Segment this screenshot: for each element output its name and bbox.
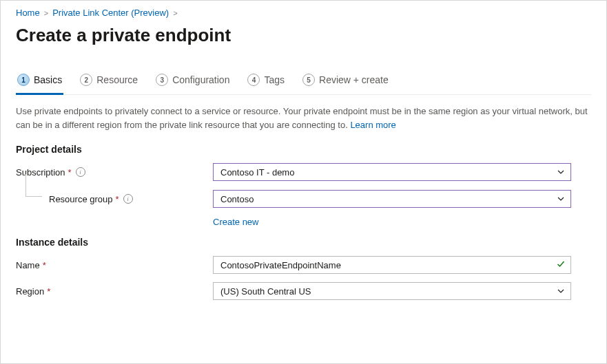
required-icon: * (116, 194, 119, 204)
required-icon: * (68, 167, 72, 178)
label-subscription: Subscription * i (16, 167, 213, 178)
tab-configuration[interactable]: 3 Configuration (154, 74, 231, 95)
tab-step-number: 4 (247, 74, 260, 86)
field-subscription: Subscription * i Contoso IT - demo (16, 163, 591, 181)
wizard-tabs: 1 Basics 2 Resource 3 Configuration 4 Ta… (16, 74, 591, 95)
select-value: Contoso (220, 194, 254, 204)
info-icon[interactable]: i (76, 167, 85, 177)
select-subscription[interactable]: Contoso IT - demo (213, 163, 571, 181)
label-resource-group: Resource group * i (49, 194, 213, 204)
select-value: Contoso IT - demo (220, 167, 294, 178)
tab-basics[interactable]: 1 Basics (16, 74, 63, 95)
learn-more-link[interactable]: Learn more (350, 120, 395, 130)
info-icon[interactable]: i (123, 194, 133, 204)
breadcrumb-home[interactable]: Home (16, 8, 40, 18)
chevron-right-icon: > (173, 9, 177, 17)
tab-step-number: 2 (80, 74, 92, 86)
field-region: Region * (US) South Central US (16, 282, 591, 300)
check-icon (556, 259, 566, 271)
description-text: Use private endpoints to privately conne… (16, 105, 591, 131)
chevron-right-icon: > (44, 9, 48, 17)
chevron-down-icon (557, 168, 565, 176)
create-new-link[interactable]: Create new (213, 217, 258, 227)
tab-label: Resource (96, 74, 138, 85)
select-resource-group[interactable]: Contoso (213, 190, 571, 208)
tab-label: Tags (264, 74, 285, 85)
required-icon: * (47, 286, 50, 297)
field-name: Name * (16, 256, 591, 274)
select-value: (US) South Central US (220, 286, 311, 297)
required-icon: * (43, 260, 46, 270)
breadcrumb: Home > Private Link Center (Preview) > (16, 8, 591, 18)
tab-label: Configuration (172, 74, 229, 85)
tab-label: Basics (34, 74, 62, 85)
tab-label: Review + create (319, 74, 389, 85)
page-title: Create a private endpoint (16, 25, 591, 46)
input-name[interactable] (213, 256, 571, 274)
section-instance-details: Instance details (16, 237, 591, 248)
chevron-down-icon (557, 195, 565, 203)
tab-tags[interactable]: 4 Tags (246, 74, 286, 95)
tab-step-number: 3 (156, 74, 168, 86)
label-region: Region * (16, 286, 213, 297)
tab-step-number: 5 (302, 74, 315, 86)
tab-review-create[interactable]: 5 Review + create (301, 74, 390, 95)
tree-indent-icon (16, 189, 49, 208)
tab-step-number: 1 (17, 74, 30, 86)
chevron-down-icon (557, 287, 565, 295)
select-region[interactable]: (US) South Central US (213, 282, 571, 300)
label-name: Name * (16, 260, 213, 270)
create-new-resource-group-row: Create new (213, 217, 591, 227)
section-project-details: Project details (16, 144, 591, 155)
field-resource-group: Resource group * i Contoso (16, 189, 591, 208)
breadcrumb-private-link-center[interactable]: Private Link Center (Preview) (52, 8, 169, 18)
tab-resource[interactable]: 2 Resource (79, 74, 139, 95)
